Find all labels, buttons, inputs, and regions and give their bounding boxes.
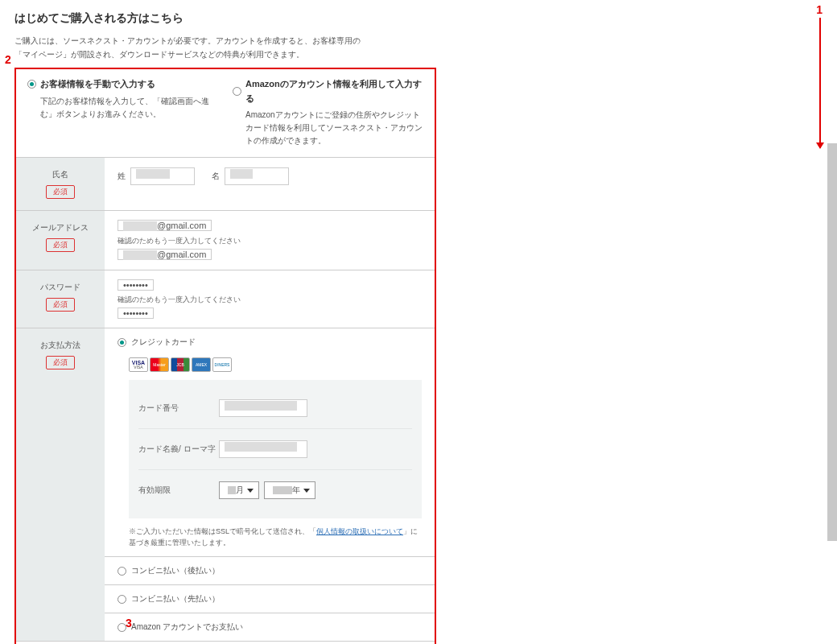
scrollbar[interactable] <box>827 143 837 541</box>
radio-icon <box>118 567 126 576</box>
payment-konbini-before[interactable]: コンビニ払い（先払い） <box>105 584 435 613</box>
payment-credit-card[interactable]: クレジットカード <box>105 328 435 356</box>
email-confirm-hint: 確認のためもう一度入力してください <box>118 236 422 246</box>
label-mei: 名 <box>212 171 220 182</box>
manual-desc: 下記のお客様情報を入力して、「確認画面へ進む」ボタンよりお進みください。 <box>27 95 218 121</box>
label-name: 氏名 必須 <box>16 158 105 210</box>
label-payment: お支払方法 必須 <box>16 328 105 641</box>
mastercard-icon: Master <box>150 357 169 372</box>
radio-icon <box>233 87 241 96</box>
firstname-input[interactable] <box>225 167 289 185</box>
callout-1: 1 <box>816 3 823 148</box>
registration-form: お客様情報を手動で入力する 下記のお客様情報を入力して、「確認画面へ進む」ボタン… <box>14 68 436 644</box>
password-input[interactable]: •••••••• <box>118 279 154 291</box>
expiry-year-select[interactable]: 年 <box>264 481 315 499</box>
radio-icon <box>118 338 126 347</box>
email-confirm-input[interactable]: @gmail.com <box>118 249 212 260</box>
email-input[interactable]: @gmail.com <box>118 220 212 231</box>
input-method-amazon[interactable]: Amazonのアカウント情報を利用して入力する <box>233 77 423 105</box>
lastname-input[interactable] <box>130 167 195 185</box>
card-brand-logos: VISAVISA Master JCB AMEX DINERS <box>105 356 435 377</box>
amazon-desc: Amazonアカウントにご登録の住所やクレジットカード情報を利用してソースネクス… <box>233 109 423 147</box>
label-card-name: カード名義/ ローマ字 <box>138 444 219 455</box>
required-badge: 必須 <box>46 185 75 199</box>
label-card-number: カード番号 <box>138 402 219 414</box>
card-name-input[interactable] <box>219 440 307 458</box>
expiry-month-select[interactable]: 月 <box>219 481 259 499</box>
amex-icon: AMEX <box>192 357 211 372</box>
jcb-icon: JCB <box>171 357 190 372</box>
page-title: はじめてご購入される方はこちら <box>14 11 436 26</box>
ssl-note: ※ご入力いただいた情報はSSLで暗号化して送信され、「個人情報の取扱いについて」… <box>105 526 435 556</box>
payment-konbini-after[interactable]: コンビニ払い（後払い） <box>105 556 435 584</box>
required-badge: 必須 <box>46 298 75 312</box>
password-confirm-hint: 確認のためもう一度入力してください <box>118 295 422 305</box>
visa-icon: VISAVISA <box>129 357 148 372</box>
payment-amazon[interactable]: Amazon アカウントでお支払い <box>105 613 435 641</box>
label-password: パスワード 必須 <box>16 270 105 328</box>
password-confirm-input[interactable]: •••••••• <box>118 308 154 319</box>
radio-icon <box>118 595 126 604</box>
label-sei: 姓 <box>118 171 126 182</box>
privacy-link[interactable]: 個人情報の取扱いについて <box>316 527 403 535</box>
diners-icon: DINERS <box>212 357 232 372</box>
callout-2: 2 <box>5 53 11 66</box>
label-expiry: 有効期限 <box>138 485 219 496</box>
card-number-input[interactable] <box>219 399 307 417</box>
intro-text: ご購入には、ソースネクスト・アカウントが必要です。アカウントを作成すると、お客様… <box>14 34 436 61</box>
callout-3: 3 <box>126 617 132 630</box>
label-email: メールアドレス 必須 <box>16 211 105 270</box>
required-badge: 必須 <box>46 238 75 252</box>
radio-icon <box>27 80 36 89</box>
required-badge: 必須 <box>46 356 75 369</box>
arrow-down-icon <box>819 18 821 148</box>
input-method-manual[interactable]: お客様情報を手動で入力する <box>27 77 218 92</box>
